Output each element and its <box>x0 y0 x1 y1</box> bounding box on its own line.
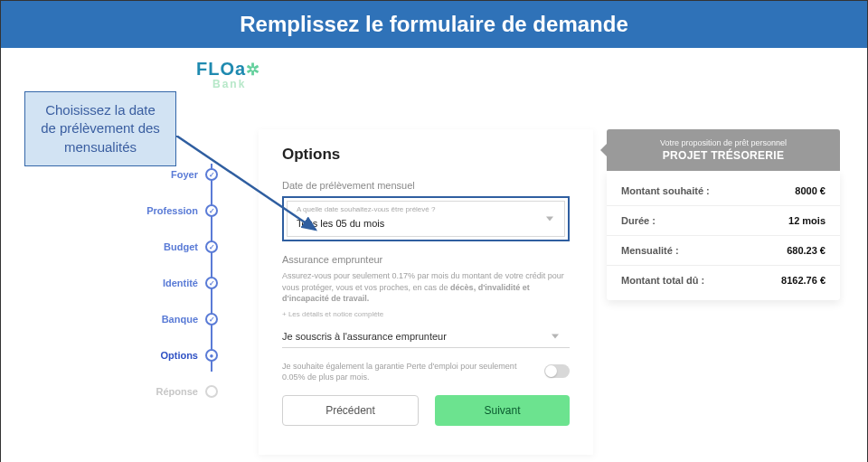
callout-text: Choisissez la date de prélèvement des me… <box>41 102 160 155</box>
step-navigation: Foyer ✓ Profession ✓ Budget ✓ Identité ✓… <box>137 156 218 410</box>
date-section-label: Date de prélèvement mensuel <box>282 180 570 191</box>
content-area: FLOa✲ Bank Choisissez la date de prélève… <box>1 48 867 462</box>
summary-key: Durée : <box>621 215 656 226</box>
step-current-icon: ● <box>205 349 218 362</box>
date-select-highlight: A quelle date souhaitez-vous être prélev… <box>282 196 570 241</box>
insurance-info-text: Assurez-vous pour seulement 0.17% par mo… <box>282 270 570 305</box>
summary-key: Montant souhaité : <box>621 185 710 196</box>
chevron-down-icon <box>546 217 553 222</box>
summary-row-total: Montant total dû : 8162.76 € <box>607 265 840 295</box>
card-title: Options <box>282 146 570 164</box>
logo-subtext: Bank <box>212 78 260 90</box>
jobloss-toggle[interactable] <box>544 364 570 378</box>
jobloss-toggle-row: Je souhaite également la garantie Perte … <box>282 361 570 382</box>
summary-value: 8162.76 € <box>781 275 826 286</box>
step-label: Options <box>160 350 198 361</box>
summary-row-amount: Montant souhaité : 8000 € <box>607 176 840 205</box>
summary-value: 680.23 € <box>787 245 826 256</box>
instruction-callout: Choisissez la date de prélèvement des me… <box>24 91 176 166</box>
step-label: Réponse <box>156 386 198 397</box>
summary-subtitle: Votre proposition de prêt personnel <box>619 138 827 147</box>
summary-body: Montant souhaité : 8000 € Durée : 12 moi… <box>607 171 840 300</box>
insurance-select[interactable]: Je souscris à l'assurance emprunteur <box>282 325 570 348</box>
step-label: Banque <box>162 314 198 325</box>
button-row: Précédent Suivant <box>282 395 570 426</box>
step-pending-icon <box>205 385 218 398</box>
next-button[interactable]: Suivant <box>435 395 570 426</box>
step-check-icon: ✓ <box>205 168 218 181</box>
step-reponse: Réponse <box>137 373 218 410</box>
page-header: Remplissez le formulaire de demande <box>1 1 867 48</box>
step-check-icon: ✓ <box>205 204 218 217</box>
loan-summary-panel: Votre proposition de prêt personnel PROJ… <box>607 129 840 300</box>
previous-button[interactable]: Précédent <box>282 395 419 426</box>
summary-header: Votre proposition de prêt personnel PROJ… <box>607 129 840 171</box>
date-select-value: Tous les 05 du mois <box>297 218 384 229</box>
summary-row-monthly: Mensualité : 680.23 € <box>607 235 840 265</box>
page-title: Remplissez le formulaire de demande <box>240 12 627 36</box>
step-budget[interactable]: Budget ✓ <box>137 229 218 265</box>
date-select[interactable]: A quelle date souhaitez-vous être prélev… <box>287 201 565 237</box>
options-form-card: Options Date de prélèvement mensuel A qu… <box>259 129 593 455</box>
app-window: Remplissez le formulaire de demande FLOa… <box>0 0 868 462</box>
logo-text: FLOa <box>196 59 246 79</box>
step-label: Foyer <box>171 169 198 180</box>
logo-accent-icon: ✲ <box>246 61 260 79</box>
step-banque[interactable]: Banque ✓ <box>137 301 218 337</box>
step-label: Budget <box>164 241 198 252</box>
summary-key: Montant total dû : <box>621 275 704 286</box>
chevron-down-icon <box>552 334 559 338</box>
step-label: Identité <box>163 278 198 288</box>
summary-value: 12 mois <box>788 215 826 226</box>
insурance-select-value: Je souscris à l'assurance emprunteur <box>282 331 447 342</box>
summary-value: 8000 € <box>795 185 826 196</box>
jobloss-text: Je souhaite également la garantie Perte … <box>282 361 535 382</box>
step-label: Profession <box>146 205 198 216</box>
step-identite[interactable]: Identité ✓ <box>137 265 218 301</box>
date-select-mini-label: A quelle date souhaitez-vous être prélev… <box>297 205 555 213</box>
step-check-icon: ✓ <box>205 277 218 289</box>
step-options[interactable]: Options ● <box>137 337 218 373</box>
summary-key: Mensualité : <box>621 245 679 256</box>
brand-logo: FLOa✲ Bank <box>196 59 260 90</box>
step-check-icon: ✓ <box>205 313 218 325</box>
summary-row-duration: Durée : 12 mois <box>607 205 840 235</box>
summary-title: PROJET TRÉSORERIE <box>619 149 827 162</box>
insurance-details-link[interactable]: + Les détails et notice complète <box>282 310 570 318</box>
insurance-section-label: Assurance emprunteur <box>282 254 570 265</box>
step-profession[interactable]: Profession ✓ <box>137 193 218 229</box>
step-check-icon: ✓ <box>205 240 218 253</box>
